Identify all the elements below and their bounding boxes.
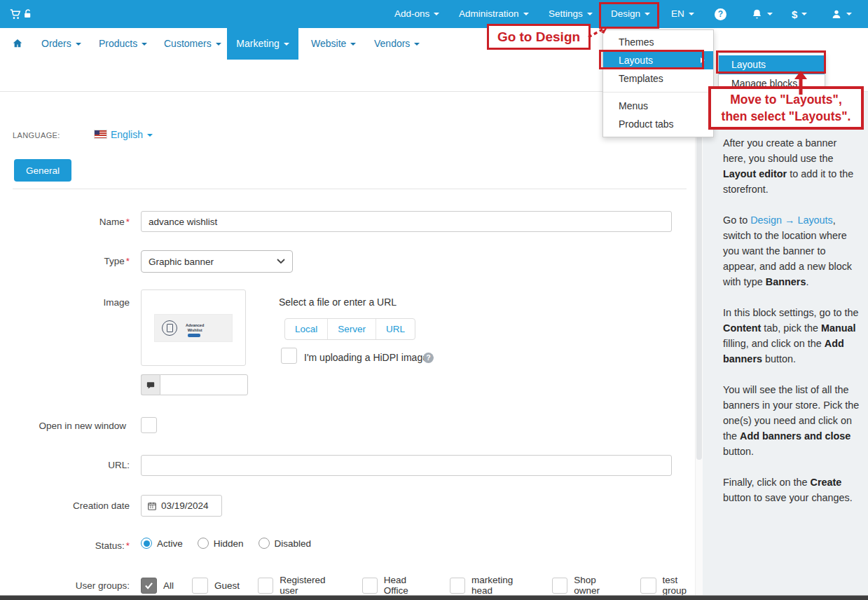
topbar-item-label: EN xyxy=(671,8,684,19)
nav-item-products[interactable]: Products xyxy=(99,28,147,60)
language-value: English xyxy=(111,129,143,140)
caret-down-icon xyxy=(434,13,439,15)
url-label: URL: xyxy=(0,460,130,470)
radio-icon xyxy=(259,538,270,549)
user-groups-row: All Guest Registered user Head Office ma… xyxy=(141,575,703,596)
name-label: Name* xyxy=(0,217,130,227)
checkbox-icon xyxy=(362,578,378,594)
user-account-icon[interactable] xyxy=(831,0,852,28)
nav-item-label: Orders xyxy=(41,38,71,49)
upload-source-tabs: Local Server URL xyxy=(284,318,415,340)
unlock-icon[interactable] xyxy=(22,0,33,28)
top-bar: Add-ons Administration Settings Design E… xyxy=(0,0,868,28)
radio-icon xyxy=(198,538,209,549)
home-icon[interactable] xyxy=(12,28,23,60)
type-select-value: Graphic banner xyxy=(149,257,214,267)
topbar-item-label: Administration xyxy=(459,8,519,19)
cart-icon[interactable] xyxy=(8,0,22,28)
hidpi-label: I'm uploading a HiDPI image. xyxy=(304,352,431,363)
caret-down-icon xyxy=(846,13,852,15)
scrollbar-thumb[interactable] xyxy=(696,95,702,460)
nav-item-marketing-active[interactable]: Marketing xyxy=(227,28,298,60)
nav-item-website[interactable]: Website xyxy=(311,28,356,60)
topbar-item-addons[interactable]: Add-ons xyxy=(394,0,439,28)
menu-item-themes[interactable]: Themes xyxy=(603,33,713,51)
user-groups-label: User groups: xyxy=(0,580,130,591)
banner-thumb-button xyxy=(188,334,200,337)
help-icon[interactable]: ? xyxy=(715,0,726,28)
checkbox-icon xyxy=(258,578,273,594)
open-new-window-checkbox[interactable] xyxy=(141,417,157,433)
status-option-disabled[interactable]: Disabled xyxy=(259,538,312,549)
dollar-glyph: $ xyxy=(792,8,797,20)
nav-item-orders[interactable]: Orders xyxy=(41,28,81,60)
select-file-text: Select a file or enter a URL xyxy=(279,296,397,308)
user-group-marketing-head[interactable]: marketing head xyxy=(450,575,534,596)
image-alt-input[interactable] xyxy=(160,374,248,395)
language-selector[interactable]: English xyxy=(111,129,153,140)
nav-item-label: Marketing xyxy=(236,38,279,49)
go-to-design-callout: Go to Design xyxy=(487,24,591,50)
creation-date-input[interactable]: 03/19/2024 xyxy=(141,495,222,517)
creation-date-value: 03/19/2024 xyxy=(161,500,209,511)
type-select[interactable]: Graphic banner xyxy=(141,250,293,273)
layouts-menu-highlight-box xyxy=(599,50,704,69)
status-option-hidden[interactable]: Hidden xyxy=(198,538,244,549)
image-preview-box[interactable]: AdvancedWishlist xyxy=(141,289,246,366)
user-group-guest[interactable]: Guest xyxy=(192,578,240,594)
banner-thumb-text: Advanced xyxy=(186,323,204,328)
checkbox-label: marketing head xyxy=(471,575,534,596)
required-marker: * xyxy=(126,256,130,266)
nav-item-vendors[interactable]: Vendors xyxy=(374,28,420,60)
caret-down-icon xyxy=(587,13,593,15)
callout-text: then select "Layouts". xyxy=(722,108,851,125)
caret-down-icon xyxy=(414,43,420,46)
comment-bubble-icon xyxy=(146,381,156,390)
open-new-window-label: Open in new window xyxy=(0,421,126,431)
design-dropdown-menu: Themes Layouts Templates Menus Product t… xyxy=(602,29,714,137)
menu-item-product-tabs[interactable]: Product tabs xyxy=(603,115,713,133)
banner-thumbnail: AdvancedWishlist xyxy=(155,315,232,341)
user-group-shop-owner[interactable]: Shop owner xyxy=(552,575,622,596)
help-sidebar: After you create a banner here, you shou… xyxy=(703,92,868,595)
upload-tab-url[interactable]: URL xyxy=(376,319,415,339)
notifications-bell-icon[interactable] xyxy=(751,0,773,28)
topbar-item-language-en[interactable]: EN xyxy=(671,0,694,28)
status-option-active[interactable]: Active xyxy=(141,538,183,549)
caret-down-icon xyxy=(523,13,529,15)
nav-item-label: Vendors xyxy=(374,38,410,49)
currency-dollar-icon[interactable]: $ xyxy=(792,0,807,28)
menu-item-menus[interactable]: Menus xyxy=(603,97,713,115)
move-to-layouts-callout: Move to "Layouts", then select "Layouts"… xyxy=(708,86,864,130)
caret-down-icon xyxy=(767,13,773,15)
user-group-all[interactable]: All xyxy=(141,578,174,594)
radio-label: Hidden xyxy=(214,538,244,549)
upload-tab-local[interactable]: Local xyxy=(285,319,327,339)
nav-item-label: Customers xyxy=(164,38,212,49)
callout-text: Go to Design xyxy=(497,29,580,45)
user-group-head-office[interactable]: Head Office xyxy=(362,575,432,596)
user-group-registered-user[interactable]: Registered user xyxy=(258,575,344,596)
annotation-arrow-icon xyxy=(587,24,609,39)
tab-general[interactable]: General xyxy=(14,159,71,182)
menu-item-templates[interactable]: Templates xyxy=(603,69,713,88)
checkbox-label: Shop owner xyxy=(574,575,622,596)
hidpi-checkbox[interactable] xyxy=(281,348,297,364)
checkbox-label: Registered user xyxy=(280,575,343,596)
hidpi-help-icon[interactable]: ? xyxy=(423,350,434,363)
nav-item-customers[interactable]: Customers xyxy=(164,28,221,60)
url-input[interactable] xyxy=(141,455,672,476)
user-group-test-group[interactable]: test group xyxy=(640,575,703,596)
checkbox-label: All xyxy=(163,580,174,591)
creation-date-label: Creation date xyxy=(0,500,130,511)
banner-thumb-text: Wishlist xyxy=(186,328,204,333)
caret-down-icon xyxy=(689,13,694,15)
upload-tab-server[interactable]: Server xyxy=(327,319,376,339)
topbar-item-label: Settings xyxy=(549,8,583,19)
bottom-scrollbar-edge xyxy=(0,595,868,600)
checkbox-checked-icon xyxy=(141,578,157,594)
radio-label: Disabled xyxy=(275,538,312,549)
required-marker: * xyxy=(126,217,130,227)
checkbox-icon xyxy=(640,578,656,594)
name-input[interactable] xyxy=(141,211,672,232)
